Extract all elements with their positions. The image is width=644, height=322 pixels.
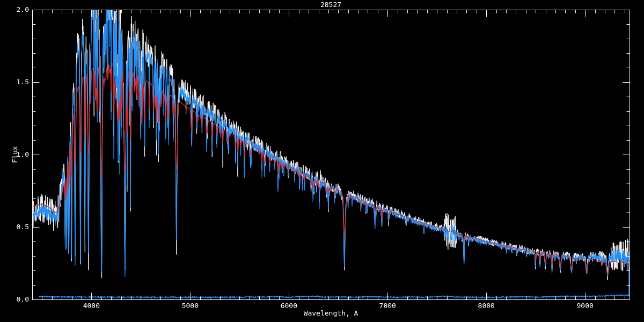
y-tick-label-1.0: 1.0 <box>9 151 29 158</box>
x-tick-label-4000: 4000 <box>75 302 107 310</box>
x-tick-label-8000: 8000 <box>470 302 502 310</box>
spectrum-canvas <box>0 0 644 322</box>
spectral-plot-window: 28527 Wavelength, A Flux 400050006000700… <box>0 0 644 322</box>
x-tick-label-5000: 5000 <box>174 302 206 310</box>
x-tick-label-9000: 9000 <box>569 302 601 310</box>
plot-title: 28527 <box>32 1 630 9</box>
y-tick-label-2.0: 2.0 <box>9 6 29 13</box>
y-tick-label-0.5: 0.5 <box>9 223 29 231</box>
x-axis-label: Wavelength, A <box>32 310 630 317</box>
x-tick-label-6000: 6000 <box>273 302 305 310</box>
y-tick-label-0.0: 0.0 <box>9 296 29 303</box>
y-tick-label-1.5: 1.5 <box>9 78 29 86</box>
x-tick-label-7000: 7000 <box>371 302 404 310</box>
